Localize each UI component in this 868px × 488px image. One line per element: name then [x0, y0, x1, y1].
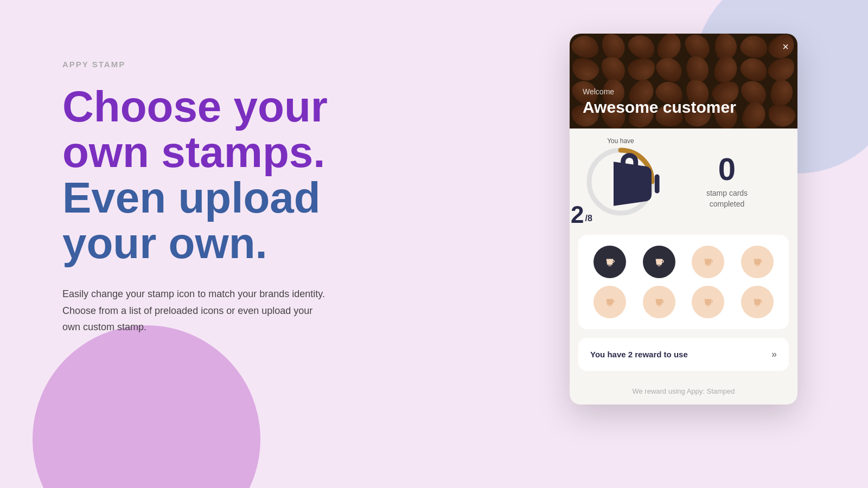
card-footer: We reward using Appy: Stamped	[570, 380, 797, 404]
reward-text: You have 2 reward to use	[590, 350, 688, 359]
stamps-grid	[589, 246, 778, 318]
card-header: Welcome Awesome customer ×	[570, 34, 797, 129]
stamp-empty-6	[741, 286, 774, 318]
svg-rect-4	[658, 265, 661, 266]
svg-rect-10	[756, 305, 759, 306]
bean	[738, 34, 769, 60]
welcome-label: Welcome	[583, 87, 736, 96]
bean	[769, 78, 795, 108]
phone-card: Welcome Awesome customer × You have 2	[570, 34, 797, 404]
card-header-text: Welcome Awesome customer	[583, 87, 736, 117]
current-stamps: 2	[571, 203, 584, 227]
stamp-filled-1	[593, 246, 626, 278]
stamp-empty-2	[741, 246, 774, 278]
body-text: Easily change your stamp icon to match y…	[62, 286, 328, 336]
stamp-empty-4	[643, 286, 675, 318]
bean	[570, 55, 602, 85]
stamp-empty-1	[692, 246, 724, 278]
progress-circle-text: You have 2 /8	[583, 144, 659, 220]
customer-name: Awesome customer	[583, 98, 736, 117]
headline-line2: Even uploadyour own.	[62, 174, 321, 267]
svg-rect-2	[655, 174, 660, 193]
svg-rect-5	[707, 265, 710, 266]
total-stamps-sub: /8	[585, 214, 592, 223]
bg-circle-bottom-left	[33, 325, 260, 488]
svg-rect-8	[658, 305, 661, 306]
headline: Choose yourown stamps.Even uploadyour ow…	[62, 84, 410, 266]
headline-line1: Choose yourown stamps.	[62, 82, 328, 176]
svg-rect-3	[609, 265, 612, 266]
stamp-filled-2	[643, 246, 675, 278]
you-have-label: You have	[607, 137, 634, 145]
svg-rect-9	[707, 305, 710, 306]
reward-section[interactable]: You have 2 reward to use »	[578, 338, 789, 371]
bean	[570, 34, 601, 61]
svg-rect-7	[609, 305, 612, 306]
progress-circle: You have 2 /8	[583, 144, 659, 220]
bean	[738, 99, 770, 129]
phone-mockup: Welcome Awesome customer × You have 2	[570, 34, 797, 404]
card-stats: You have 2 /8	[570, 129, 797, 235]
stamp-empty-3	[593, 286, 626, 318]
left-section: APPY STAMP Choose yourown stamps.Even up…	[62, 60, 410, 336]
stamps-section	[578, 235, 789, 329]
bean	[766, 101, 797, 129]
svg-rect-6	[756, 265, 759, 266]
footer-text: We reward using Appy: Stamped	[632, 387, 735, 395]
coffee-cup-icon	[595, 146, 671, 224]
brand-label: APPY STAMP	[62, 60, 410, 69]
completed-stat: 0 stamp cardscompleted	[669, 153, 784, 209]
stamp-empty-5	[692, 286, 724, 318]
bean	[626, 56, 656, 82]
completed-label: stamp cardscompleted	[669, 188, 784, 209]
chevron-double-icon: »	[771, 349, 777, 360]
completed-count: 0	[669, 153, 784, 185]
close-button[interactable]: ×	[782, 41, 789, 52]
